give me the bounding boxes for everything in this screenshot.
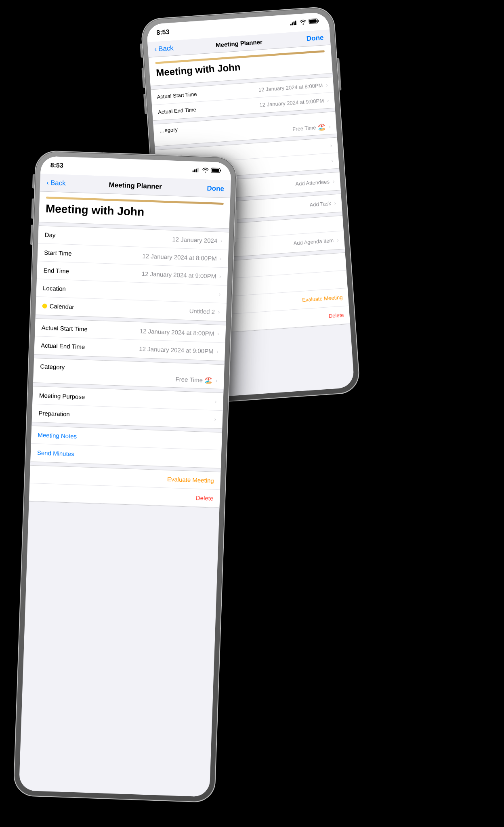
front-calendar-label: Calendar	[42, 302, 74, 311]
back-agenda-chevron: ›	[337, 237, 339, 243]
front-purpose-label: Meeting Purpose	[39, 392, 85, 400]
front-signal-icon	[192, 167, 200, 174]
svg-rect-1	[292, 22, 293, 25]
front-category-section: Category Free Time 🏖️ ›	[33, 358, 225, 389]
front-links-section: Meeting Notes Send Minutes	[30, 425, 222, 468]
front-prep-label: Preparation	[38, 410, 70, 418]
svg-rect-0	[290, 23, 292, 25]
svg-rect-8	[194, 169, 195, 172]
front-actions-section: Evaluate Meeting Delete	[29, 465, 221, 508]
front-purpose-chevron: ›	[215, 398, 217, 404]
front-battery-icon	[211, 168, 222, 174]
svg-rect-3	[295, 20, 296, 25]
front-notes-link[interactable]: Meeting Notes	[38, 431, 77, 439]
svg-rect-10	[197, 168, 198, 172]
svg-rect-2	[293, 21, 295, 25]
back-status-icons	[290, 18, 319, 27]
back-tasks-chevron: ›	[334, 200, 336, 206]
back-actual-end-chevron: ›	[327, 97, 329, 103]
front-phone: 8:53	[13, 150, 237, 803]
back-delete-link[interactable]: Delete	[328, 312, 344, 319]
front-category-label: Category	[40, 363, 65, 370]
front-category-chevron: ›	[216, 377, 218, 383]
back-agenda-value: Add Agenda Item ›	[293, 237, 339, 246]
front-status-icons	[192, 167, 222, 174]
front-category-emoji: 🏖️	[204, 376, 213, 384]
back-actual-start-label: Actual Start Time	[157, 91, 197, 100]
back-back-button[interactable]: ‹ Back	[154, 44, 174, 53]
front-done-button[interactable]: Done	[207, 184, 224, 193]
front-prep-chevron: ›	[214, 416, 216, 422]
back-evaluate-link[interactable]: Evaluate Meeting	[302, 294, 343, 303]
back-actual-end-value: 12 January 2024 at 9:00PM ›	[259, 97, 329, 108]
front-actual-end-value: 12 January 2024 at 9:00PM ›	[139, 345, 218, 355]
back-done-button[interactable]: Done	[306, 34, 324, 43]
front-day-label: Day	[44, 231, 55, 238]
svg-rect-7	[192, 170, 193, 172]
front-category-row[interactable]: Category Free Time 🏖️ ›	[33, 358, 225, 389]
front-actual-end-label: Actual End Time	[41, 342, 85, 351]
front-actual-end-chevron: ›	[216, 348, 218, 355]
back-nav-title: Meeting Planner	[215, 38, 262, 48]
front-purpose-section: Meeting Purpose › Preparation ›	[32, 386, 224, 428]
back-actual-start-value: 12 January 2024 at 8:00PM ›	[258, 82, 328, 93]
front-evaluate-link[interactable]: Evaluate Meeting	[167, 475, 214, 484]
front-location-chevron: ›	[218, 291, 220, 297]
front-nav-title: Meeting Planner	[109, 181, 162, 191]
front-wifi-icon	[202, 168, 209, 174]
front-location-label: Location	[43, 284, 66, 292]
back-prep-chevron: ›	[331, 158, 333, 164]
back-category-emoji: 🏖️	[317, 123, 326, 131]
back-attendees-chevron: ›	[332, 178, 334, 185]
front-end-label: End Time	[43, 267, 69, 274]
back-meeting-title: Meeting with John	[155, 55, 326, 79]
front-calendar-chevron: ›	[218, 309, 220, 315]
front-start-chevron: ›	[220, 255, 222, 261]
front-screen-content: Meeting with John Day 12 January 2024 › …	[19, 191, 231, 797]
front-day-chevron: ›	[220, 237, 223, 243]
front-calendar-value: Untitled 2 ›	[189, 307, 220, 315]
front-actual-start-value: 12 January 2024 at 8:00PM ›	[140, 327, 219, 337]
front-actual-start-label: Actual Start Time	[41, 324, 88, 332]
back-time: 8:53	[156, 28, 170, 36]
back-battery-icon	[309, 18, 319, 25]
back-tasks-value: Add Task ›	[309, 200, 336, 208]
back-chevron-icon: ‹	[154, 45, 157, 53]
front-meeting-title: Meeting with John	[45, 202, 223, 222]
back-category-value: Free Time 🏖️ ›	[292, 122, 331, 133]
back-actual-start-chevron: ›	[326, 82, 328, 88]
front-start-label: Start Time	[44, 249, 72, 256]
front-end-chevron: ›	[219, 273, 221, 279]
front-minutes-link[interactable]: Send Minutes	[37, 449, 74, 457]
svg-rect-6	[309, 19, 317, 23]
svg-rect-13	[212, 169, 219, 172]
back-signal-icon	[290, 20, 298, 26]
front-category-value: Free Time 🏖️ ›	[175, 375, 217, 384]
svg-rect-5	[318, 20, 319, 22]
svg-rect-9	[195, 168, 197, 172]
front-time: 8:53	[50, 162, 63, 169]
back-wifi-icon	[300, 19, 307, 26]
back-attendees-value: Add Attendees ›	[295, 178, 335, 187]
back-category-label: …egory	[159, 126, 178, 134]
front-schedule-section: Day 12 January 2024 › Start Time 12 Janu…	[36, 225, 229, 321]
front-back-button[interactable]: ‹ Back	[46, 178, 66, 187]
front-actual-start-chevron: ›	[217, 330, 219, 336]
svg-rect-12	[220, 170, 221, 172]
front-calendar-dot	[42, 303, 47, 308]
front-day-value: 12 January 2024 ›	[172, 235, 223, 244]
back-actual-end-label: Actual End Time	[158, 107, 196, 115]
front-actual-section: Actual Start Time 12 January 2024 at 8:0…	[34, 318, 226, 361]
front-start-value: 12 January 2024 at 8:00PM ›	[142, 252, 222, 262]
front-chevron-icon: ‹	[46, 178, 49, 187]
front-end-value: 12 January 2024 at 9:00PM ›	[142, 270, 221, 280]
front-delete-link[interactable]: Delete	[196, 494, 214, 502]
back-purpose-chevron: ›	[330, 142, 332, 148]
back-category-chevron: ›	[329, 123, 331, 129]
